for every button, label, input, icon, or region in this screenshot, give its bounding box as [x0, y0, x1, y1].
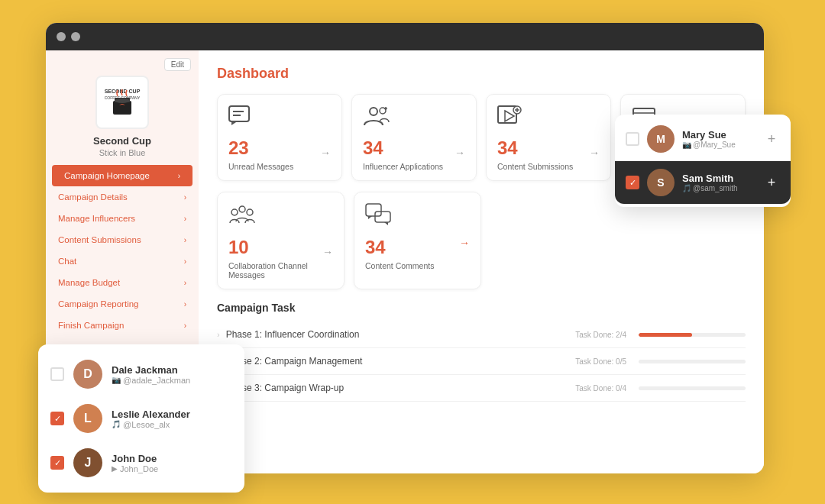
svg-marker-14 [505, 111, 514, 121]
nav-arrow: › [184, 236, 186, 244]
mary-add-button[interactable]: + [763, 131, 780, 147]
leslie-info: Leslie Alexander 🎵 @Lesoe_alx [112, 409, 232, 429]
stat-content-comments[interactable]: 34 → Content Comments [354, 192, 481, 289]
john-avatar: J [73, 448, 102, 477]
nav-arrow: › [184, 193, 186, 202]
svg-rect-6 [229, 106, 249, 121]
leslie-handle: 🎵 @Lesoe_alx [112, 420, 232, 429]
nav-arrow: › [184, 279, 186, 287]
dale-handle: 📷 @adale_Jackman [112, 376, 232, 385]
arrow-icon: → [455, 147, 465, 159]
window-dot-1 [57, 32, 66, 41]
nav-item-chat[interactable]: Chat › [46, 250, 199, 272]
brand-name: Second Cup [93, 135, 151, 147]
title-bar [46, 23, 764, 50]
arrow-icon: → [322, 246, 333, 258]
sam-name: Sam Smith [682, 173, 755, 184]
dale-checkbox[interactable] [50, 367, 64, 381]
stat-label-messages: Unread Messages [228, 162, 331, 171]
svg-point-25 [247, 209, 253, 215]
task-progress-3 [639, 386, 746, 390]
task-name-1: Phase 1: Influencer Coordination [226, 329, 570, 340]
task-done-1: Task Done: 2/4 [575, 331, 626, 339]
brand-logo: SECOND CUP COFFEE COMPANY [95, 76, 149, 129]
nav-arrow: › [184, 257, 186, 266]
task-progress-2 [639, 360, 746, 363]
svg-point-9 [370, 108, 377, 115]
task-section-title: Campaign Task [217, 302, 746, 314]
john-handle: ▶ John_Doe [112, 464, 232, 473]
instagram-icon: 📷 [112, 376, 121, 384]
task-row-3[interactable]: › Phase 3: Campaign Wrap-up Task Done: 0… [217, 375, 746, 402]
task-chevron: › [217, 330, 220, 339]
edit-button[interactable]: Edit [164, 58, 191, 71]
arrow-icon: → [320, 147, 331, 159]
stat-collab-messages[interactable]: 10 → Collaboration Channel Messages [217, 192, 345, 289]
stat-label-collab: Collaboration Channel Messages [228, 261, 333, 279]
comments-icon [365, 203, 470, 231]
svg-rect-27 [375, 212, 390, 222]
sam-checkbox[interactable] [626, 176, 639, 189]
nav-item-content-submissions[interactable]: Content Submissions › [46, 229, 199, 250]
influencers-icon [363, 105, 465, 131]
mary-checkbox[interactable] [626, 132, 639, 146]
john-info: John Doe ▶ John_Doe [112, 453, 232, 473]
nav-item-manage-budget[interactable]: Manage Budget › [46, 272, 199, 293]
task-row-1[interactable]: › Phase 1: Influencer Coordination Task … [217, 321, 746, 348]
sam-handle: 🎵 @sam_smith [682, 184, 755, 192]
influencer-row-dale[interactable]: D Dale Jackman 📷 @adale_Jackman [38, 352, 244, 396]
sam-info: Sam Smith 🎵 @sam_smith [682, 173, 755, 192]
stat-number-applications: 34 [363, 137, 383, 159]
stat-number-messages: 23 [228, 137, 249, 159]
sam-add-button[interactable]: + [763, 174, 780, 191]
arrow-icon: → [589, 147, 600, 159]
dashboard-title: Dashboard [217, 66, 746, 82]
john-name: John Doe [112, 453, 232, 464]
nav-arrow: › [184, 321, 186, 330]
dale-name: Dale Jackman [112, 364, 232, 376]
mary-info: Mary Sue 📷 @Mary_Sue [682, 129, 755, 149]
stat-number-content: 34 [497, 137, 518, 159]
brand-logo-svg: SECOND CUP COFFEE COMPANY [99, 79, 145, 125]
influencer-row-john[interactable]: J John Doe ▶ John_Doe [38, 441, 244, 485]
nav-item-manage-influencers[interactable]: Manage Influencers › [46, 208, 199, 229]
nav-item-finish-campaign[interactable]: Finish Campaign › [46, 315, 199, 336]
stat-number-collab: 10 [228, 237, 249, 258]
right-influencer-panel: M Mary Sue 📷 @Mary_Sue + S Sam Smith 🎵 @… [615, 115, 791, 207]
task-row-2[interactable]: › Phase 2: Campaign Management Task Done… [217, 348, 746, 375]
dale-info: Dale Jackman 📷 @adale_Jackman [112, 364, 232, 385]
stat-influencer-applications[interactable]: 34 → Influencer Applications [351, 94, 477, 181]
collab-icon [228, 203, 333, 231]
campaign-name: Stick in Blue [99, 148, 146, 157]
mary-handle: 📷 @Mary_Sue [682, 141, 755, 149]
svg-point-5 [115, 99, 130, 103]
svg-point-23 [231, 209, 238, 215]
leslie-name: Leslie Alexander [112, 409, 232, 420]
stat-content-submissions[interactable]: 34 → Content Submissions [486, 94, 611, 181]
mary-name: Mary Sue [682, 129, 755, 141]
stat-unread-messages[interactable]: 23 → Unread Messages [217, 94, 342, 181]
nav-arrow: › [184, 215, 186, 223]
content-icon [497, 105, 600, 131]
nav-item-campaign-details[interactable]: Campaign Details › [46, 186, 199, 208]
task-done-2: Task Done: 0/5 [575, 357, 626, 366]
leslie-checkbox[interactable] [50, 412, 64, 425]
svg-rect-26 [366, 204, 381, 216]
stat-label-content: Content Submissions [497, 162, 600, 171]
left-influencer-panel: D Dale Jackman 📷 @adale_Jackman L Leslie… [38, 344, 244, 493]
task-bar-1 [639, 333, 692, 337]
right-influencer-sam[interactable]: S Sam Smith 🎵 @sam_smith + [615, 161, 791, 204]
nav-item-campaign-reporting[interactable]: Campaign Reporting › [46, 293, 199, 315]
nav-arrow: › [178, 172, 180, 180]
john-checkbox[interactable] [50, 456, 64, 470]
task-name-2: Phase 2: Campaign Management [226, 356, 570, 367]
task-name-3: Phase 3: Campaign Wrap-up [226, 383, 570, 393]
sam-avatar: S [647, 169, 675, 196]
right-influencer-mary[interactable]: M Mary Sue 📷 @Mary_Sue + [615, 118, 791, 161]
tiktok-icon: 🎵 [682, 184, 691, 192]
nav-item-campaign-homepage[interactable]: Campaign Homepage › [52, 165, 192, 186]
influencer-row-leslie[interactable]: L Leslie Alexander 🎵 @Lesoe_alx [38, 396, 244, 441]
stat-number-comments: 34 [365, 237, 386, 258]
dale-avatar: D [73, 360, 102, 389]
task-done-3: Task Done: 0/4 [575, 384, 626, 393]
